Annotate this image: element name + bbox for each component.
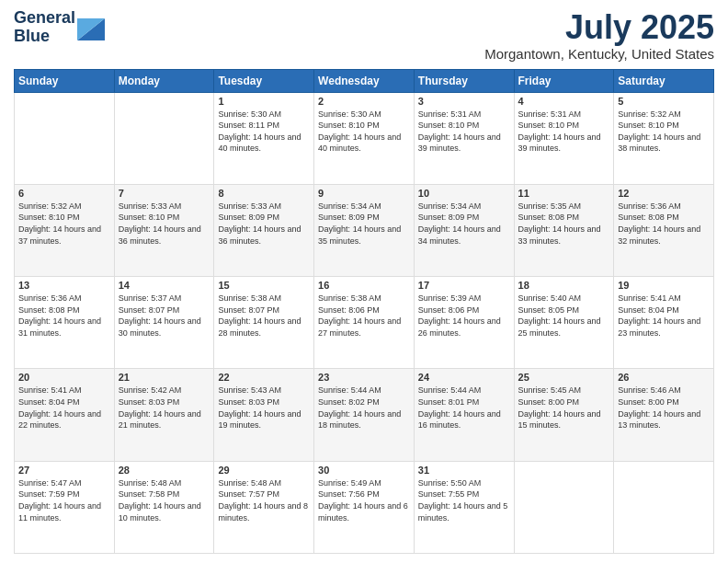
calendar-cell: 22Sunrise: 5:43 AM Sunset: 8:03 PM Dayli… xyxy=(214,369,314,461)
calendar-cell: 4Sunrise: 5:31 AM Sunset: 8:10 PM Daylig… xyxy=(514,92,614,184)
day-number: 2 xyxy=(318,96,410,107)
calendar-cell: 29Sunrise: 5:48 AM Sunset: 7:57 PM Dayli… xyxy=(214,461,314,553)
calendar-body: 1Sunrise: 5:30 AM Sunset: 8:11 PM Daylig… xyxy=(15,92,714,553)
day-info: Sunrise: 5:50 AM Sunset: 7:55 PM Dayligh… xyxy=(418,477,510,523)
day-number: 28 xyxy=(119,465,210,476)
day-info: Sunrise: 5:34 AM Sunset: 8:09 PM Dayligh… xyxy=(418,201,510,247)
calendar-cell: 27Sunrise: 5:47 AM Sunset: 7:59 PM Dayli… xyxy=(15,461,115,553)
day-number: 27 xyxy=(18,465,110,476)
logo-icon xyxy=(77,15,105,40)
day-info: Sunrise: 5:44 AM Sunset: 8:01 PM Dayligh… xyxy=(418,385,510,431)
calendar-cell xyxy=(114,92,214,184)
calendar-cell xyxy=(15,92,115,184)
calendar-cell: 24Sunrise: 5:44 AM Sunset: 8:01 PM Dayli… xyxy=(414,369,514,461)
calendar-cell: 21Sunrise: 5:42 AM Sunset: 8:03 PM Dayli… xyxy=(114,369,214,461)
logo-text: General Blue xyxy=(14,9,75,46)
day-number: 15 xyxy=(218,280,310,291)
weekday-header-sunday: Sunday xyxy=(15,69,115,92)
day-number: 24 xyxy=(418,372,510,383)
header: General Blue July 2025 Morgantown, Kentu… xyxy=(14,9,714,62)
day-info: Sunrise: 5:33 AM Sunset: 8:09 PM Dayligh… xyxy=(218,201,310,247)
day-number: 26 xyxy=(618,372,710,383)
weekday-header-friday: Friday xyxy=(514,69,614,92)
calendar-cell: 9Sunrise: 5:34 AM Sunset: 8:09 PM Daylig… xyxy=(314,184,415,276)
calendar-week-1: 1Sunrise: 5:30 AM Sunset: 8:11 PM Daylig… xyxy=(15,92,714,184)
calendar-cell: 25Sunrise: 5:45 AM Sunset: 8:00 PM Dayli… xyxy=(514,369,614,461)
day-number: 3 xyxy=(418,96,510,107)
day-number: 13 xyxy=(18,280,110,291)
title-block: July 2025 Morgantown, Kentucky, United S… xyxy=(484,9,714,62)
day-info: Sunrise: 5:41 AM Sunset: 8:04 PM Dayligh… xyxy=(618,293,710,339)
calendar-cell: 30Sunrise: 5:49 AM Sunset: 7:56 PM Dayli… xyxy=(314,461,415,553)
calendar-cell: 20Sunrise: 5:41 AM Sunset: 8:04 PM Dayli… xyxy=(15,369,115,461)
day-number: 21 xyxy=(119,372,210,383)
day-number: 14 xyxy=(119,280,210,291)
day-info: Sunrise: 5:32 AM Sunset: 8:10 PM Dayligh… xyxy=(18,201,110,247)
day-info: Sunrise: 5:43 AM Sunset: 8:03 PM Dayligh… xyxy=(218,385,310,431)
day-number: 22 xyxy=(218,372,310,383)
day-number: 1 xyxy=(218,96,310,107)
calendar-table: SundayMondayTuesdayWednesdayThursdayFrid… xyxy=(14,69,714,554)
day-info: Sunrise: 5:33 AM Sunset: 8:10 PM Dayligh… xyxy=(119,201,210,247)
weekday-header-thursday: Thursday xyxy=(414,69,514,92)
calendar-cell: 8Sunrise: 5:33 AM Sunset: 8:09 PM Daylig… xyxy=(214,184,314,276)
calendar-cell: 14Sunrise: 5:37 AM Sunset: 8:07 PM Dayli… xyxy=(114,277,214,369)
weekday-header-monday: Monday xyxy=(114,69,214,92)
day-number: 11 xyxy=(518,188,610,199)
calendar-cell: 13Sunrise: 5:36 AM Sunset: 8:08 PM Dayli… xyxy=(15,277,115,369)
calendar-cell: 11Sunrise: 5:35 AM Sunset: 8:08 PM Dayli… xyxy=(514,184,614,276)
calendar-cell: 15Sunrise: 5:38 AM Sunset: 8:07 PM Dayli… xyxy=(214,277,314,369)
day-number: 7 xyxy=(119,188,210,199)
day-number: 31 xyxy=(418,465,510,476)
logo: General Blue xyxy=(14,9,105,46)
day-number: 29 xyxy=(218,465,310,476)
calendar-cell: 7Sunrise: 5:33 AM Sunset: 8:10 PM Daylig… xyxy=(114,184,214,276)
day-info: Sunrise: 5:48 AM Sunset: 7:58 PM Dayligh… xyxy=(119,477,210,523)
day-number: 16 xyxy=(318,280,410,291)
day-info: Sunrise: 5:39 AM Sunset: 8:06 PM Dayligh… xyxy=(418,293,510,339)
day-number: 12 xyxy=(618,188,710,199)
day-info: Sunrise: 5:38 AM Sunset: 8:07 PM Dayligh… xyxy=(218,293,310,339)
day-info: Sunrise: 5:44 AM Sunset: 8:02 PM Dayligh… xyxy=(318,385,410,431)
calendar-week-3: 13Sunrise: 5:36 AM Sunset: 8:08 PM Dayli… xyxy=(15,277,714,369)
calendar-week-4: 20Sunrise: 5:41 AM Sunset: 8:04 PM Dayli… xyxy=(15,369,714,461)
day-number: 4 xyxy=(518,96,610,107)
weekday-header-saturday: Saturday xyxy=(614,69,714,92)
calendar-cell: 3Sunrise: 5:31 AM Sunset: 8:10 PM Daylig… xyxy=(414,92,514,184)
calendar-week-5: 27Sunrise: 5:47 AM Sunset: 7:59 PM Dayli… xyxy=(15,461,714,553)
day-info: Sunrise: 5:49 AM Sunset: 7:56 PM Dayligh… xyxy=(318,477,410,523)
calendar-cell: 2Sunrise: 5:30 AM Sunset: 8:10 PM Daylig… xyxy=(314,92,415,184)
day-number: 5 xyxy=(618,96,710,107)
calendar-cell: 6Sunrise: 5:32 AM Sunset: 8:10 PM Daylig… xyxy=(15,184,115,276)
weekday-header-wednesday: Wednesday xyxy=(314,69,415,92)
day-info: Sunrise: 5:48 AM Sunset: 7:57 PM Dayligh… xyxy=(218,477,310,523)
day-number: 6 xyxy=(18,188,110,199)
day-number: 9 xyxy=(318,188,410,199)
day-info: Sunrise: 5:30 AM Sunset: 8:10 PM Dayligh… xyxy=(318,109,410,155)
day-info: Sunrise: 5:30 AM Sunset: 8:11 PM Dayligh… xyxy=(218,109,310,155)
day-number: 10 xyxy=(418,188,510,199)
day-info: Sunrise: 5:35 AM Sunset: 8:08 PM Dayligh… xyxy=(518,201,610,247)
day-info: Sunrise: 5:40 AM Sunset: 8:05 PM Dayligh… xyxy=(518,293,610,339)
calendar-cell: 23Sunrise: 5:44 AM Sunset: 8:02 PM Dayli… xyxy=(314,369,415,461)
calendar-cell: 31Sunrise: 5:50 AM Sunset: 7:55 PM Dayli… xyxy=(414,461,514,553)
day-info: Sunrise: 5:42 AM Sunset: 8:03 PM Dayligh… xyxy=(119,385,210,431)
day-info: Sunrise: 5:31 AM Sunset: 8:10 PM Dayligh… xyxy=(518,109,610,155)
day-info: Sunrise: 5:32 AM Sunset: 8:10 PM Dayligh… xyxy=(618,109,710,155)
calendar-cell: 19Sunrise: 5:41 AM Sunset: 8:04 PM Dayli… xyxy=(614,277,714,369)
subtitle: Morgantown, Kentucky, United States xyxy=(484,46,714,62)
day-info: Sunrise: 5:38 AM Sunset: 8:06 PM Dayligh… xyxy=(318,293,410,339)
day-number: 18 xyxy=(518,280,610,291)
day-number: 25 xyxy=(518,372,610,383)
calendar-cell: 10Sunrise: 5:34 AM Sunset: 8:09 PM Dayli… xyxy=(414,184,514,276)
day-number: 19 xyxy=(618,280,710,291)
day-number: 17 xyxy=(418,280,510,291)
day-number: 23 xyxy=(318,372,410,383)
day-info: Sunrise: 5:45 AM Sunset: 8:00 PM Dayligh… xyxy=(518,385,610,431)
day-info: Sunrise: 5:47 AM Sunset: 7:59 PM Dayligh… xyxy=(18,477,110,523)
weekday-header-tuesday: Tuesday xyxy=(214,69,314,92)
main-title: July 2025 xyxy=(484,9,714,46)
calendar-cell: 1Sunrise: 5:30 AM Sunset: 8:11 PM Daylig… xyxy=(214,92,314,184)
day-info: Sunrise: 5:36 AM Sunset: 8:08 PM Dayligh… xyxy=(18,293,110,339)
calendar-cell: 12Sunrise: 5:36 AM Sunset: 8:08 PM Dayli… xyxy=(614,184,714,276)
